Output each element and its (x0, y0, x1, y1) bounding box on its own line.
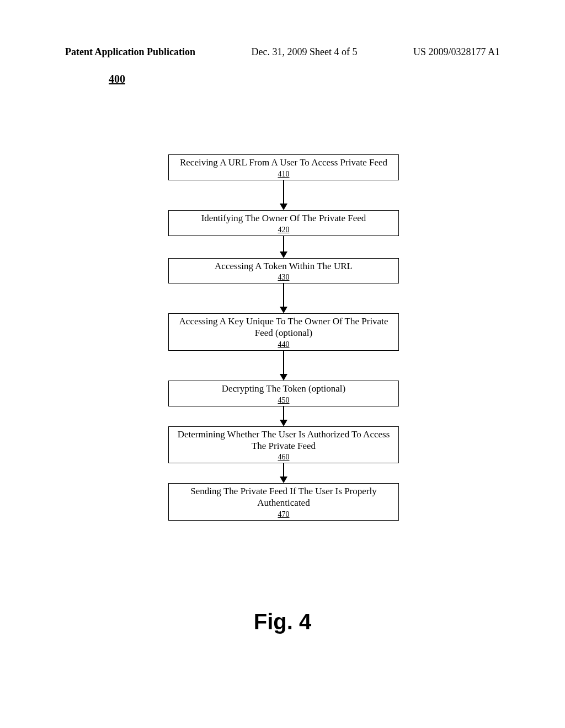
flow-step-text: Sending The Private Feed If The User Is … (190, 486, 376, 508)
flow-step-ref: 450 (174, 395, 393, 405)
flow-step-ref: 440 (174, 340, 393, 349)
flow-step-ref: 410 (174, 169, 393, 179)
flow-step-ref: 460 (174, 452, 393, 462)
flow-step-410: Receiving A URL From A User To Access Pr… (168, 154, 399, 180)
flow-arrow (168, 180, 399, 210)
flow-arrow (168, 463, 399, 483)
figure-number: 400 (109, 73, 125, 85)
flow-arrow (168, 351, 399, 381)
flow-step-text: Identifying The Owner Of The Private Fee… (201, 213, 366, 223)
page: Patent Application Publication Dec. 31, … (0, 0, 565, 728)
flow-step-430: Accessing A Token Within The URL 430 (168, 258, 399, 284)
flow-arrow (168, 283, 399, 313)
flow-step-ref: 470 (174, 510, 393, 519)
flow-step-440: Accessing A Key Unique To The Owner Of T… (168, 313, 399, 351)
flow-step-text: Determining Whether The User Is Authoriz… (178, 429, 390, 451)
flow-step-450: Decrypting The Token (optional) 450 (168, 381, 399, 406)
flow-step-420: Identifying The Owner Of The Private Fee… (168, 210, 399, 236)
flow-step-ref: 420 (174, 225, 393, 234)
flowchart: Receiving A URL From A User To Access Pr… (168, 154, 399, 521)
figure-label: Fig. 4 (0, 609, 565, 634)
flow-step-470: Sending The Private Feed If The User Is … (168, 483, 399, 521)
flow-arrow (168, 406, 399, 426)
flow-step-text: Decrypting The Token (optional) (222, 383, 345, 394)
header-left: Patent Application Publication (65, 46, 195, 58)
flow-arrow (168, 236, 399, 258)
flow-step-text: Accessing A Token Within The URL (215, 261, 353, 271)
flow-step-ref: 430 (174, 272, 393, 282)
flow-step-text: Receiving A URL From A User To Access Pr… (180, 157, 387, 168)
header-center: Dec. 31, 2009 Sheet 4 of 5 (252, 46, 358, 58)
page-header: Patent Application Publication Dec. 31, … (0, 46, 565, 58)
flow-step-text: Accessing A Key Unique To The Owner Of T… (179, 316, 388, 338)
flow-step-460: Determining Whether The User Is Authoriz… (168, 426, 399, 464)
header-right: US 2009/0328177 A1 (413, 46, 500, 58)
